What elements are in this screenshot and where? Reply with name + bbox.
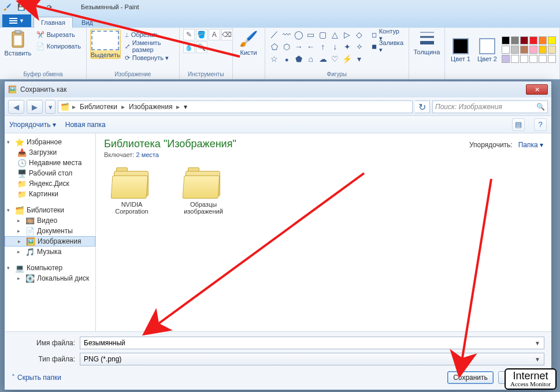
pencil-tool[interactable]: ✎ bbox=[183, 29, 195, 40]
palette-swatch[interactable] bbox=[511, 55, 519, 63]
tree-pictures-fav[interactable]: 📁Картинки bbox=[5, 189, 95, 199]
picker-tool[interactable]: 💧 bbox=[183, 42, 195, 53]
palette-swatch[interactable] bbox=[502, 55, 510, 63]
breadcrumb-dropdown[interactable]: ▾ bbox=[184, 103, 187, 111]
tab-home[interactable]: Главная bbox=[34, 17, 73, 28]
file-menu-button[interactable]: ▼ bbox=[2, 14, 31, 27]
nav-history-button[interactable]: ▾ bbox=[45, 100, 55, 114]
redo-icon[interactable]: ↷ bbox=[44, 2, 54, 12]
dialog-body: ▾⭐Избранное 📥Загрузки 🕓Недавние места 🖥️… bbox=[5, 133, 551, 331]
group-label-tools: Инструменты bbox=[183, 70, 229, 79]
tree-images[interactable]: ▸🖼️Изображения bbox=[5, 236, 95, 247]
palette-swatch[interactable] bbox=[511, 36, 519, 44]
ribbon-group-size: Толщина bbox=[409, 28, 445, 79]
svg-rect-2 bbox=[9, 23, 17, 24]
folder-label: Образцы изображений bbox=[176, 201, 231, 215]
copy-button[interactable]: 📄Копировать bbox=[35, 40, 83, 52]
organize-menu[interactable]: Упорядочить ▾ bbox=[9, 121, 56, 129]
view-mode-button[interactable]: ▤ bbox=[512, 118, 525, 131]
folder-item[interactable]: NVIDIA Corporation bbox=[104, 167, 160, 215]
libraries-icon: 🗂️ bbox=[61, 103, 69, 111]
palette-swatch[interactable] bbox=[529, 36, 537, 44]
breadcrumb-bar[interactable]: 🗂️ ▸ Библиотеки ▸ Изображения ▸ ▾ bbox=[58, 100, 413, 113]
resize-button[interactable]: ⤢Изменить размер bbox=[123, 40, 176, 52]
paste-button[interactable]: Вставить bbox=[3, 29, 32, 57]
star-icon: ⭐ bbox=[15, 137, 24, 147]
arrange-dropdown[interactable]: Папка ▾ bbox=[518, 141, 543, 149]
cut-button[interactable]: ✂️Вырезать bbox=[35, 29, 83, 40]
svg-rect-5 bbox=[14, 35, 22, 46]
recent-icon: 🕓 bbox=[17, 158, 27, 167]
size-button[interactable]: Толщина bbox=[413, 29, 441, 55]
svg-rect-4 bbox=[15, 30, 21, 33]
tree-downloads[interactable]: 📥Загрузки bbox=[5, 147, 95, 158]
newfolder-button[interactable]: Новая папка bbox=[65, 121, 106, 129]
palette-swatch[interactable] bbox=[539, 55, 547, 63]
tree-music[interactable]: ▸🎵Музыка bbox=[5, 247, 95, 257]
search-input[interactable]: Поиск: Изображения 🔍 bbox=[432, 100, 548, 113]
tree-libraries[interactable]: ▾🗂️Библиотеки bbox=[5, 205, 95, 215]
tree-localdisk[interactable]: ▸💽Локальный диск bbox=[5, 273, 95, 283]
tab-view[interactable]: Вид bbox=[74, 17, 101, 28]
eraser-tool[interactable]: ⌫ bbox=[221, 29, 233, 40]
tree-yadisk[interactable]: 📁Яндекс.Диск bbox=[5, 178, 95, 189]
dialog-titlebar[interactable]: 🖼️ Сохранить как ✕ bbox=[5, 81, 551, 98]
color1-button[interactable]: Цвет 1 bbox=[448, 37, 473, 62]
tree-desktop[interactable]: 🖥️Рабочий стол bbox=[5, 168, 95, 178]
palette-swatch[interactable] bbox=[502, 46, 510, 54]
fill-tool[interactable]: 🪣 bbox=[196, 29, 207, 40]
color-palette[interactable] bbox=[502, 36, 556, 63]
palette-swatch[interactable] bbox=[539, 36, 547, 44]
palette-swatch[interactable] bbox=[520, 46, 528, 54]
undo-icon[interactable]: ↶ bbox=[30, 2, 40, 12]
brushes-button[interactable]: 🖌️ Кисти bbox=[236, 29, 261, 56]
zoom-tool[interactable]: 🔍 bbox=[196, 42, 207, 53]
text-tool[interactable]: A bbox=[209, 29, 220, 40]
filetype-dropdown[interactable]: PNG (*.png) ▼ bbox=[80, 353, 544, 365]
filetype-label: Тип файла: bbox=[12, 355, 75, 363]
resize-icon: ⤢ bbox=[125, 43, 130, 50]
refresh-button[interactable]: ↻ bbox=[415, 100, 430, 113]
palette-swatch[interactable] bbox=[529, 55, 537, 63]
paint-tabstrip: ▼ Главная Вид bbox=[0, 14, 560, 28]
crumb-images[interactable]: Изображения bbox=[128, 103, 173, 111]
hide-folders-link[interactable]: ˄Скрыть папки bbox=[12, 374, 61, 382]
palette-swatch[interactable] bbox=[539, 46, 547, 54]
palette-swatch[interactable] bbox=[548, 46, 556, 54]
close-button[interactable]: ✕ bbox=[526, 84, 548, 95]
shape-fill-button[interactable]: ◼Заливка ▾ bbox=[370, 40, 405, 52]
save-button[interactable]: Сохранить bbox=[447, 371, 494, 384]
save-icon[interactable]: 💾 bbox=[16, 2, 27, 12]
nav-tree[interactable]: ▾⭐Избранное 📥Загрузки 🕓Недавние места 🖥️… bbox=[5, 133, 96, 331]
tree-documents[interactable]: ▸📄Документы bbox=[5, 226, 95, 236]
chevron-down-icon[interactable]: ▼ bbox=[535, 356, 540, 363]
palette-swatch[interactable] bbox=[548, 36, 556, 44]
paint-sysmenu-icon[interactable]: 🖌️ bbox=[2, 2, 13, 12]
nav-back-button[interactable]: ◀ bbox=[8, 100, 24, 114]
chevron-down-icon[interactable]: ▼ bbox=[535, 340, 540, 346]
crumb-libraries[interactable]: Библиотеки bbox=[79, 103, 118, 111]
folder-item[interactable]: Образцы изображений bbox=[176, 167, 231, 215]
palette-swatch[interactable] bbox=[502, 36, 510, 44]
crop-button[interactable]: ⟂Обрезать bbox=[123, 29, 176, 40]
rotate-button[interactable]: ⟳Повернуть ▾ bbox=[123, 52, 176, 64]
color2-button[interactable]: Цвет 2 bbox=[475, 37, 499, 62]
select-button[interactable]: Выделить bbox=[90, 29, 121, 59]
palette-swatch[interactable] bbox=[529, 46, 537, 54]
palette-swatch[interactable] bbox=[511, 46, 519, 54]
dialog-title: Сохранить как bbox=[20, 85, 66, 94]
locations-link[interactable]: 2 места bbox=[136, 151, 158, 158]
palette-swatch[interactable] bbox=[520, 55, 528, 63]
tree-computer[interactable]: ▾💻Компьютер bbox=[5, 263, 95, 273]
crop-icon: ⟂ bbox=[125, 31, 129, 38]
tree-recent[interactable]: 🕓Недавние места bbox=[5, 158, 95, 168]
help-button[interactable]: ? bbox=[534, 118, 547, 131]
tree-videos[interactable]: ▸🎞️Видео bbox=[5, 215, 95, 226]
tree-favorites[interactable]: ▾⭐Избранное bbox=[5, 137, 95, 147]
palette-swatch[interactable] bbox=[548, 55, 556, 63]
tools-grid: ✎ 🪣 A ⌫ 💧 🔍 bbox=[183, 29, 233, 53]
palette-swatch[interactable] bbox=[520, 36, 528, 44]
shapes-gallery[interactable]: ／〰◯▭▢△▷◇ ⬠⬡→←↑↓✦✧ ☆⬥⬟⌂☁♡⚡▾ bbox=[269, 29, 365, 65]
nav-forward-button[interactable]: ▶ bbox=[27, 100, 43, 114]
filename-input[interactable]: Безымянный ▼ bbox=[80, 337, 544, 349]
